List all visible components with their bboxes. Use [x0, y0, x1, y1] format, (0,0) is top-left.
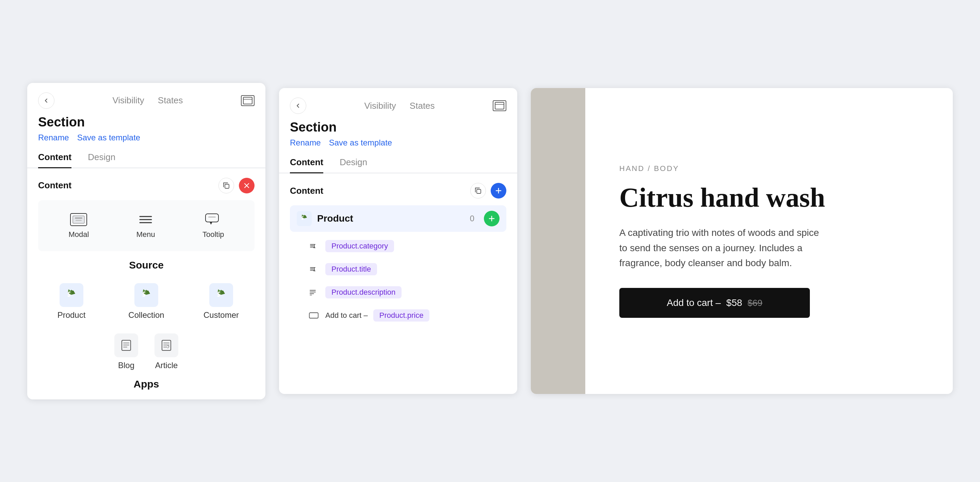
svg-rect-21	[495, 102, 504, 109]
product-row-label: Product	[317, 213, 353, 224]
panel-2-header: Visibility States	[279, 88, 517, 114]
button-icon	[309, 312, 320, 319]
copy-btn-2[interactable]	[470, 183, 486, 198]
header-nav-2: Visibility States	[364, 101, 434, 111]
widgets-grid-1: Modal Menu	[38, 200, 255, 251]
panel-2-title-row: Section	[279, 114, 517, 136]
content-section-actions-2	[470, 183, 506, 198]
states-link-2[interactable]: States	[410, 101, 435, 111]
source-product-label: Product	[57, 310, 86, 320]
product-title-tag: Product.title	[325, 263, 377, 275]
widget-menu[interactable]: Menu	[129, 208, 162, 243]
modal-icon	[69, 212, 88, 227]
panel-2-body: Content	[279, 173, 517, 394]
svg-rect-12	[208, 217, 216, 217]
article-icon-box	[154, 333, 178, 357]
content-section-title-1: Content	[38, 180, 72, 191]
product-add-btn[interactable]	[484, 211, 500, 227]
content-section-header-2: Content	[290, 183, 506, 198]
rename-link-1[interactable]: Rename	[38, 133, 69, 143]
tab-content-2[interactable]: Content	[290, 152, 323, 173]
states-link-1[interactable]: States	[158, 95, 183, 106]
source-article-label: Article	[155, 361, 178, 370]
product-price-tag: Product.price	[373, 309, 430, 322]
preview-content: HAND / BODY Citrus hand wash A captivati…	[585, 88, 953, 394]
rename-link-2[interactable]: Rename	[290, 138, 321, 147]
back-button-1[interactable]	[38, 92, 54, 109]
preview-cta-button[interactable]: Add to cart – $58 $69	[619, 288, 810, 318]
add-btn-2[interactable]	[491, 183, 506, 198]
text-icon-category	[309, 243, 320, 250]
text-multiline-icon	[309, 289, 320, 296]
product-description-tag: Product.description	[325, 286, 401, 298]
product-shopify-icon	[297, 211, 312, 226]
preview-image	[531, 88, 585, 394]
source-title: Source	[38, 259, 255, 271]
svg-rect-27	[309, 313, 318, 318]
close-btn-1[interactable]	[239, 178, 255, 193]
panel-2-tabs: Content Design	[279, 152, 517, 173]
preview-original-price: $69	[748, 298, 762, 308]
preview-price: $58	[726, 297, 742, 308]
header-nav-1: Visibility States	[112, 95, 183, 106]
apps-title: Apps	[38, 378, 255, 390]
source-section: Source Product	[38, 259, 255, 374]
copy-btn-1[interactable]	[218, 178, 234, 193]
source-blog-label: Blog	[118, 361, 134, 370]
source-article[interactable]: Article	[150, 329, 182, 374]
save-template-link-2[interactable]: Save as template	[329, 138, 392, 147]
svg-rect-2	[225, 184, 229, 188]
tree-item-category[interactable]: Product.category	[304, 236, 506, 256]
svg-rect-10	[205, 214, 218, 222]
widget-tooltip[interactable]: Tooltip	[196, 208, 231, 243]
visibility-link-1[interactable]: Visibility	[112, 95, 144, 106]
product-category-tag: Product.category	[325, 240, 394, 252]
panel-2: Visibility States Section Rename Save as…	[279, 88, 517, 394]
tooltip-label: Tooltip	[202, 230, 224, 239]
section-icon-2	[493, 100, 506, 111]
tree-item-cart[interactable]: Add to cart – Product.price	[304, 305, 506, 326]
product-icon-box	[60, 283, 83, 307]
cart-prefix-text: Add to cart –	[325, 311, 368, 320]
save-template-link-1[interactable]: Save as template	[77, 133, 140, 143]
preview-category: HAND / BODY	[619, 164, 919, 173]
text-icon-title	[309, 265, 320, 273]
panel-1-title: Section	[38, 115, 85, 130]
preview-title: Citrus hand wash	[619, 183, 919, 212]
content-section-header-1: Content	[38, 178, 255, 193]
source-product[interactable]: Product	[38, 279, 105, 324]
panel-1-actions: Rename Save as template	[27, 131, 266, 147]
tab-design-2[interactable]: Design	[340, 152, 367, 173]
customer-icon-box	[209, 283, 233, 307]
svg-rect-23	[477, 189, 481, 193]
tree-item-description[interactable]: Product.description	[304, 282, 506, 303]
widget-modal[interactable]: Modal	[62, 208, 95, 243]
preview-cta-text: Add to cart –	[667, 297, 721, 308]
tab-design-1[interactable]: Design	[88, 147, 115, 168]
panel-2-title: Section	[290, 120, 337, 135]
panel-1: Visibility States Section Rename Save as…	[27, 83, 266, 400]
product-tree-items: Product.category Product.title	[290, 236, 506, 326]
blog-icon-box	[115, 333, 138, 357]
widgets-row-1: Modal Menu	[45, 208, 248, 243]
section-icon-1	[241, 95, 255, 106]
visibility-link-2[interactable]: Visibility	[364, 101, 396, 111]
source-collection[interactable]: Collection	[113, 279, 180, 324]
source-blog[interactable]: Blog	[110, 329, 142, 374]
tab-content-1[interactable]: Content	[38, 147, 72, 168]
tree-item-title[interactable]: Product.title	[304, 259, 506, 279]
svg-marker-11	[210, 222, 212, 225]
tooltip-icon	[204, 212, 223, 227]
collection-icon-box	[134, 283, 158, 307]
source-customer[interactable]: Customer	[188, 279, 255, 324]
source-collection-label: Collection	[128, 310, 164, 320]
svg-rect-5	[75, 217, 82, 219]
product-tree-header[interactable]: Product 0	[290, 205, 506, 232]
source-grid: Product Collection	[38, 279, 255, 324]
source-grid-row2: Blog Article	[38, 329, 255, 374]
svg-rect-0	[243, 97, 252, 104]
menu-icon	[136, 212, 155, 227]
panel-1-tabs: Content Design	[27, 147, 266, 168]
back-button-2[interactable]	[290, 98, 306, 114]
panel-1-title-row: Section	[27, 109, 266, 131]
